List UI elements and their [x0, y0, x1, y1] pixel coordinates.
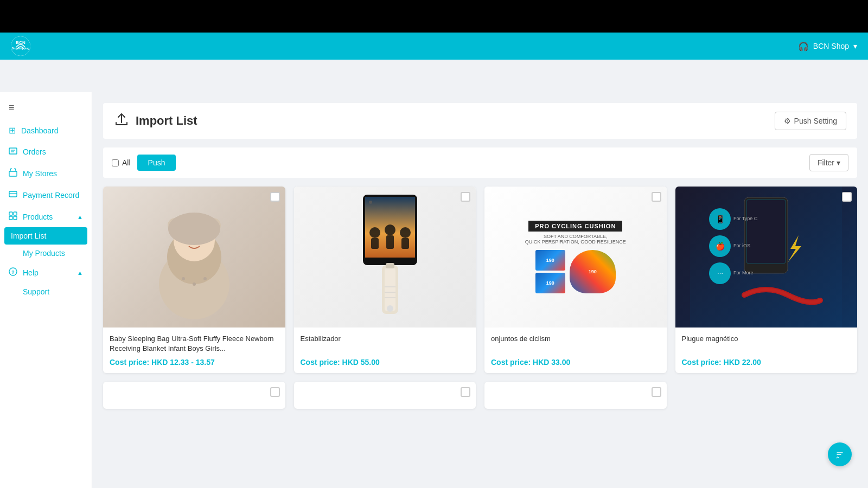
select-all-input[interactable] — [112, 159, 119, 166]
sidebar-item-dashboard[interactable]: ⊞ Dashboard — [0, 120, 92, 141]
product-grid: Baby Sleeping Bag Ultra-Soft Fluffy Flee… — [103, 187, 857, 373]
svg-rect-6 — [9, 171, 17, 176]
main-content: Import List ⚙ Push Setting All Push Filt… — [92, 92, 868, 488]
menu-toggle-button[interactable]: ≡ — [0, 98, 92, 118]
cost-label-1: Cost price: — [110, 358, 151, 367]
gear-icon: ⚙ — [784, 117, 791, 125]
cost-label-4: Cost price: — [682, 358, 724, 367]
push-setting-label: Push Setting — [794, 117, 837, 125]
my-stores-icon — [9, 168, 17, 179]
product-image-2 — [294, 187, 476, 328]
dashboard-icon: ⊞ — [9, 125, 16, 136]
product-info-3: onjuntos de ciclism Cost price: HKD 33.0… — [484, 328, 667, 373]
help-icon: ? — [9, 267, 17, 278]
products-icon — [9, 211, 17, 222]
stabilizer-image — [294, 187, 476, 328]
product-checkbox-4[interactable] — [842, 192, 852, 202]
svg-point-0 — [11, 36, 30, 56]
sidebar-label-my-stores: My Stores — [23, 169, 57, 178]
sidebar-label-orders: Orders — [23, 147, 46, 156]
partial-checkbox-3[interactable] — [652, 387, 661, 397]
svg-rect-36 — [401, 238, 409, 249]
sidebar-item-products[interactable]: Products ▲ — [0, 206, 92, 227]
product-name-2: Estabilizador — [301, 334, 470, 354]
price-value-2: 55.00 — [361, 358, 380, 367]
product-checkbox-2[interactable] — [461, 192, 470, 202]
partial-card-1 — [103, 382, 285, 409]
svg-rect-34 — [386, 235, 394, 249]
product-image-1 — [103, 187, 285, 328]
sidebar-label-support: Support — [23, 287, 49, 296]
sidebar-item-payment-record[interactable]: Payment Record — [0, 184, 92, 206]
product-info-1: Baby Sleeping Bag Ultra-Soft Fluffy Flee… — [103, 328, 285, 373]
sidebar-item-import-list[interactable]: Import List — [4, 227, 87, 245]
headset-icon: 🎧 — [798, 41, 809, 52]
product-price-4: Cost price: HKD 22.00 — [682, 358, 851, 367]
select-all-checkbox[interactable]: All — [112, 158, 131, 167]
sidebar-item-support[interactable]: Support — [0, 283, 92, 300]
push-setting-button[interactable]: ⚙ Push Setting — [775, 112, 846, 130]
svg-text:For iOS: For iOS — [733, 243, 750, 248]
partial-checkbox-1[interactable] — [270, 387, 280, 397]
filter-label: Filter — [818, 158, 834, 167]
sidebar-item-my-stores[interactable]: My Stores — [0, 163, 92, 184]
price-value-3: 33.00 — [551, 358, 570, 367]
sidebar-label-products: Products — [23, 213, 53, 221]
svg-rect-3 — [9, 148, 17, 154]
filter-row: All Push Filter ▾ — [103, 147, 857, 178]
partial-card-2 — [294, 382, 476, 409]
svg-point-24 — [168, 213, 220, 245]
sidebar-label-my-products: My Products — [23, 249, 65, 258]
svg-text:For Type C: For Type C — [733, 216, 758, 221]
help-chevron-icon: ▲ — [77, 269, 83, 276]
svg-rect-32 — [371, 238, 379, 249]
partial-checkbox-2[interactable] — [461, 387, 470, 397]
filter-button[interactable]: Filter ▾ — [809, 154, 848, 171]
header-right[interactable]: 🎧 BCN Shop ▾ — [798, 41, 857, 52]
product-card-1: Baby Sleeping Bag Ultra-Soft Fluffy Flee… — [103, 187, 285, 373]
product-info-4: Plugue magnético Cost price: HKD 22.00 — [675, 328, 858, 373]
product-price-3: Cost price: HKD 33.00 — [491, 358, 660, 367]
svg-point-35 — [400, 227, 411, 238]
logo-icon: BCN Dropshipping — [11, 36, 30, 56]
svg-point-43 — [387, 305, 393, 312]
shop-name: BCN Shop — [813, 42, 849, 50]
partial-card-3 — [484, 382, 667, 409]
currency-2: HKD — [342, 358, 361, 367]
sidebar-item-my-products[interactable]: My Products — [0, 245, 92, 262]
sidebar-item-help[interactable]: ? Help ▲ — [0, 262, 92, 283]
svg-rect-39 — [385, 268, 395, 311]
svg-rect-11 — [9, 216, 12, 220]
product-card-4: 📱 For Type C 🍎 For iOS ⋯ For More — [675, 187, 858, 373]
products-chevron-icon: ▲ — [77, 214, 83, 220]
currency-1: HKD — [151, 358, 170, 367]
products-left: Products — [9, 211, 53, 222]
partial-product-row — [103, 382, 857, 409]
cycling-image: PRO CYCLING CUSHION SOFT AND COMFORTABLE… — [484, 187, 667, 328]
product-checkbox-3[interactable] — [652, 192, 661, 202]
page-title-row: Import List — [114, 112, 197, 130]
all-label: All — [122, 158, 131, 167]
svg-rect-47 — [746, 200, 786, 264]
svg-point-25 — [182, 277, 185, 280]
svg-rect-9 — [9, 212, 12, 215]
svg-text:⋯: ⋯ — [717, 271, 723, 277]
cycling-products: 190 190 190 — [535, 250, 616, 293]
product-checkbox-1[interactable] — [270, 192, 280, 202]
sidebar-item-orders[interactable]: Orders — [0, 141, 92, 163]
push-button[interactable]: Push — [137, 155, 176, 171]
chat-bubble-button[interactable] — [828, 442, 852, 466]
product-name-1: Baby Sleeping Bag Ultra-Soft Fluffy Flee… — [110, 334, 279, 354]
svg-rect-44 — [386, 263, 394, 268]
app-header: BCN Dropshipping 🎧 BCN Shop ▾ — [0, 33, 868, 60]
sidebar-label-import-list: Import List — [11, 232, 46, 240]
page-title: Import List — [136, 114, 197, 128]
svg-point-33 — [385, 224, 395, 235]
product-name-3: onjuntos de ciclism — [491, 334, 660, 354]
product-name-4: Plugue magnético — [682, 334, 851, 354]
orders-icon — [9, 146, 17, 157]
filter-chevron-icon: ▾ — [837, 158, 840, 167]
product-price-1: Cost price: HKD 12.33 - 13.57 — [110, 358, 279, 367]
svg-text:?: ? — [11, 269, 15, 275]
page-header: Import List ⚙ Push Setting — [103, 103, 857, 139]
